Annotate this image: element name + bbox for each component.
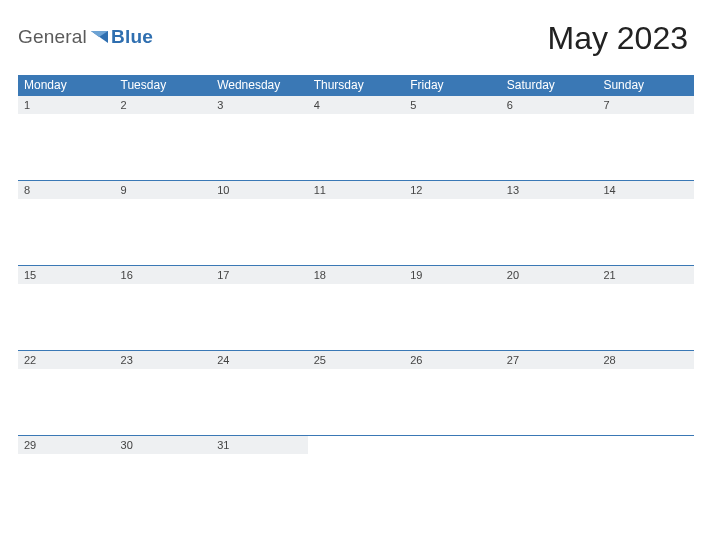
calendar-week-row: 1 2 3 4 5 6 7 [18, 96, 694, 181]
day-number: 25 [308, 351, 405, 369]
day-number [308, 436, 405, 454]
calendar-day-cell: 16 [115, 266, 212, 351]
day-number: 14 [597, 181, 694, 199]
day-number: 9 [115, 181, 212, 199]
calendar-day-cell: 25 [308, 351, 405, 436]
day-number: 22 [18, 351, 115, 369]
calendar-day-cell: 23 [115, 351, 212, 436]
day-number: 19 [404, 266, 501, 284]
calendar-day-cell: 24 [211, 351, 308, 436]
day-number: 1 [18, 96, 115, 114]
day-number: 24 [211, 351, 308, 369]
day-number: 20 [501, 266, 598, 284]
calendar-week-row: 15 16 17 18 19 20 21 [18, 266, 694, 351]
calendar-day-cell: 7 [597, 96, 694, 181]
day-number: 10 [211, 181, 308, 199]
calendar-day-cell: 1 [18, 96, 115, 181]
logo-text-general: General [18, 26, 87, 48]
calendar-day-cell: 11 [308, 181, 405, 266]
calendar-day-cell: 31 [211, 436, 308, 516]
day-number: 23 [115, 351, 212, 369]
calendar-day-cell: 4 [308, 96, 405, 181]
day-number [404, 436, 501, 454]
weekday-header: Monday [18, 75, 115, 96]
calendar-grid: Monday Tuesday Wednesday Thursday Friday… [18, 75, 694, 516]
day-number: 12 [404, 181, 501, 199]
calendar-day-cell: 28 [597, 351, 694, 436]
logo: General Blue [18, 20, 153, 48]
day-number: 15 [18, 266, 115, 284]
calendar-day-cell-empty [597, 436, 694, 516]
calendar-day-cell: 6 [501, 96, 598, 181]
weekday-header: Sunday [597, 75, 694, 96]
calendar-day-cell: 20 [501, 266, 598, 351]
calendar-day-cell: 12 [404, 181, 501, 266]
calendar-body: 1 2 3 4 5 6 7 8 9 10 11 12 13 14 15 16 1… [18, 96, 694, 516]
calendar-week-row: 29 30 31 [18, 436, 694, 516]
calendar-day-cell: 5 [404, 96, 501, 181]
calendar-day-cell: 15 [18, 266, 115, 351]
calendar-day-cell: 26 [404, 351, 501, 436]
day-number: 27 [501, 351, 598, 369]
calendar-title: May 2023 [547, 20, 694, 57]
day-number [501, 436, 598, 454]
day-number [597, 436, 694, 454]
day-number: 17 [211, 266, 308, 284]
weekday-header: Wednesday [211, 75, 308, 96]
day-number: 11 [308, 181, 405, 199]
day-number: 2 [115, 96, 212, 114]
calendar-week-row: 22 23 24 25 26 27 28 [18, 351, 694, 436]
day-number: 4 [308, 96, 405, 114]
calendar-day-cell: 29 [18, 436, 115, 516]
day-number: 16 [115, 266, 212, 284]
calendar-day-cell: 17 [211, 266, 308, 351]
weekday-header-row: Monday Tuesday Wednesday Thursday Friday… [18, 75, 694, 96]
day-number: 8 [18, 181, 115, 199]
logo-triangle-icon [91, 30, 109, 44]
calendar-day-cell-empty [308, 436, 405, 516]
day-number: 3 [211, 96, 308, 114]
weekday-header: Friday [404, 75, 501, 96]
calendar-day-cell: 10 [211, 181, 308, 266]
day-number: 30 [115, 436, 212, 454]
calendar-day-cell: 30 [115, 436, 212, 516]
calendar-day-cell: 8 [18, 181, 115, 266]
calendar-day-cell: 13 [501, 181, 598, 266]
day-number: 28 [597, 351, 694, 369]
calendar-day-cell: 3 [211, 96, 308, 181]
weekday-header: Thursday [308, 75, 405, 96]
calendar-day-cell: 14 [597, 181, 694, 266]
calendar-week-row: 8 9 10 11 12 13 14 [18, 181, 694, 266]
logo-text-blue: Blue [111, 26, 153, 48]
day-number: 31 [211, 436, 308, 454]
day-number: 13 [501, 181, 598, 199]
calendar-day-cell: 21 [597, 266, 694, 351]
weekday-header: Tuesday [115, 75, 212, 96]
weekday-header: Saturday [501, 75, 598, 96]
day-number: 7 [597, 96, 694, 114]
day-number: 6 [501, 96, 598, 114]
calendar-day-cell: 18 [308, 266, 405, 351]
day-number: 26 [404, 351, 501, 369]
calendar-day-cell: 2 [115, 96, 212, 181]
calendar-day-cell: 9 [115, 181, 212, 266]
calendar-day-cell-empty [404, 436, 501, 516]
day-number: 29 [18, 436, 115, 454]
calendar-day-cell-empty [501, 436, 598, 516]
day-number: 21 [597, 266, 694, 284]
day-number: 18 [308, 266, 405, 284]
calendar-day-cell: 19 [404, 266, 501, 351]
calendar-day-cell: 27 [501, 351, 598, 436]
calendar-day-cell: 22 [18, 351, 115, 436]
day-number: 5 [404, 96, 501, 114]
header: General Blue May 2023 [18, 20, 694, 57]
